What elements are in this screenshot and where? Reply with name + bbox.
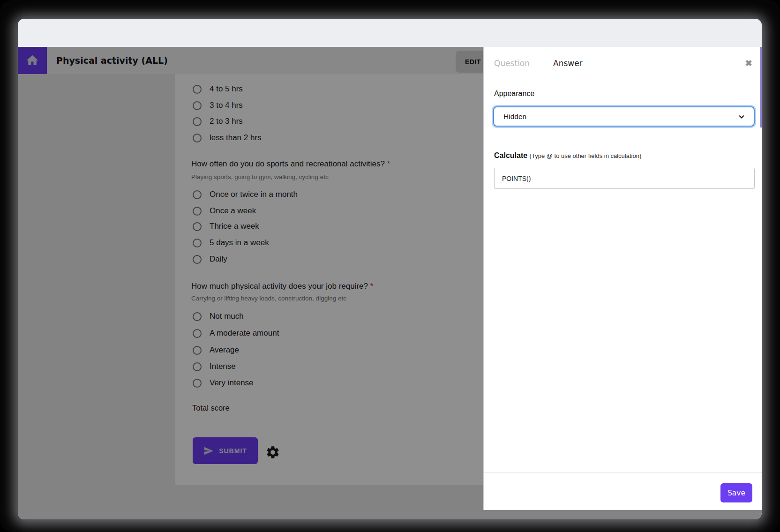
chevron-down-icon [737,112,746,121]
close-icon[interactable]: ✖ [742,57,755,70]
panel-footer-divider [484,472,762,473]
calculate-label: Calculate [494,151,527,159]
browser-window: Physical activity (ALL) EDIT 4 to 5 hrs … [18,19,762,519]
save-button[interactable]: Save [720,483,752,502]
screenshot-frame: Physical activity (ALL) EDIT 4 to 5 hrs … [0,0,780,532]
window-content: Physical activity (ALL) EDIT 4 to 5 hrs … [18,47,762,519]
calculate-input[interactable]: POINTS() [494,168,755,189]
appearance-selected-value: Hidden [503,112,737,121]
tab-question[interactable]: Question [494,58,530,69]
calculate-hint: (Type @ to use other fields in calculati… [530,152,642,159]
question-settings-panel: Question Answer ✖ Appearance Hidden Calc… [483,47,762,510]
window-titlebar [18,19,762,47]
calculate-label-row: Calculate (Type @ to use other fields in… [494,150,641,161]
appearance-label: Appearance [494,88,534,99]
appearance-select[interactable]: Hidden [493,106,755,127]
tab-answer[interactable]: Answer [553,58,583,69]
panel-scrollbar[interactable] [760,47,762,127]
